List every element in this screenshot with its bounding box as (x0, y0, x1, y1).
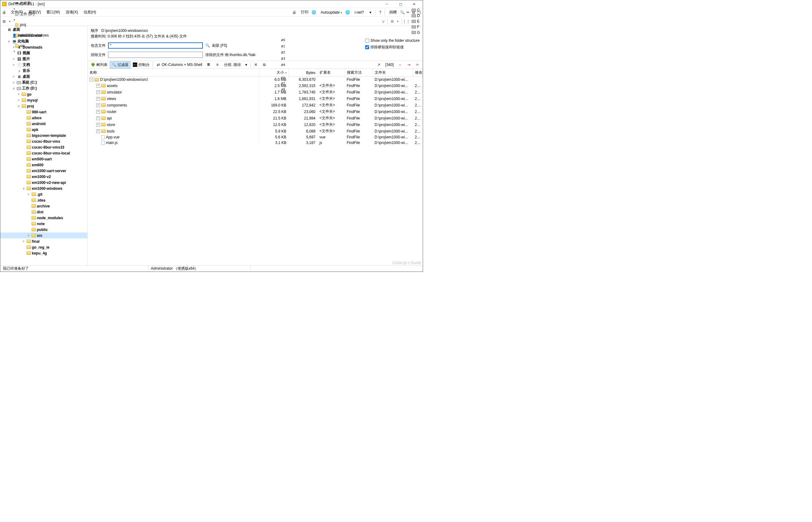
btn-tools[interactable]: 🛠 (205, 62, 213, 68)
row-expander[interactable]: + (96, 110, 100, 114)
btn-list[interactable]: ≡ (213, 62, 221, 68)
btn-okcolumns[interactable]: ⇄OK-Columns + MS-Shell (154, 62, 204, 68)
menu-inet[interactable]: i-net? (352, 9, 367, 16)
minimize-button[interactable]: ─ (380, 0, 394, 8)
menu-donate[interactable]: 捐赠 (387, 9, 399, 16)
tree-expander[interactable]: > (16, 98, 21, 102)
table-row[interactable]: +tools5.9 KB6,089<文件夹>FindFileD:\proj\em… (87, 128, 423, 134)
drive-E[interactable]: E (410, 19, 421, 24)
help-icon[interactable]: ? (378, 10, 383, 15)
tree-item[interactable]: em1000-uart-server (0, 168, 87, 174)
grid-icon[interactable]: ⋮⋮ (404, 19, 409, 24)
breadcrumb-arrow[interactable]: ▾ (13, 18, 16, 22)
tree-expander[interactable]: ∨ (12, 87, 16, 90)
refresh-icon[interactable]: 🔍 (205, 43, 210, 48)
print-icon-2[interactable]: 🖨 (292, 10, 297, 15)
table-row[interactable]: +api21.5 KB21,984<文件夹>FindFileD:\proj\em… (87, 115, 423, 121)
tree-expander[interactable]: > (12, 75, 16, 78)
breadcrumb-2[interactable]: 工作 (D:) (13, 11, 51, 17)
tree-item[interactable]: >系统 (C:) (0, 80, 87, 85)
tree-item[interactable]: kepu_4g (0, 250, 87, 256)
drive-D[interactable]: D (410, 13, 421, 19)
btn-stretch[interactable]: ↔ (396, 62, 404, 68)
btn-treeview[interactable]: 🌳树列表 (89, 61, 109, 68)
tree-item[interactable]: >🖥桌面 (0, 74, 87, 80)
breadcrumb-1[interactable]: 💻此电脑 (13, 0, 51, 6)
tree-item[interactable]: ∨💻此电脑 (0, 38, 87, 44)
tree-item[interactable]: 🖥桌面 (0, 27, 87, 33)
close-button[interactable]: ✕ (407, 0, 421, 8)
tree-item[interactable]: node_modules (0, 215, 87, 221)
tree-item[interactable]: go_reg_ie (0, 244, 87, 250)
tree-item[interactable]: >⬇Downloads (0, 44, 87, 50)
tree-item[interactable]: em1000-v2 (0, 174, 87, 180)
tree-expander[interactable]: ∨ (6, 40, 11, 43)
row-expander[interactable]: + (96, 97, 100, 101)
find-icon[interactable]: 🔍 (400, 10, 405, 15)
exclude-links-checkbox[interactable]: 排除硬链接和软链接 (365, 45, 420, 50)
btn-delete[interactable]: ✕ (252, 62, 260, 68)
tree-item[interactable]: >📄文档 (0, 62, 87, 68)
btn-cut[interactable]: ✂ (413, 62, 421, 68)
col-5[interactable]: 文件夹 (373, 69, 413, 77)
col-3[interactable]: 扩展名 (317, 69, 345, 77)
table-row[interactable]: +assets2.5 MB2,592,315<文件夹>FindFileD:\pr… (87, 82, 423, 89)
breadcrumb-arrow[interactable]: ▾ (13, 0, 16, 0)
tree-item[interactable]: bigscreen-template (0, 133, 87, 138)
table-row[interactable]: +simulator1.7 MB1,783,745<文件夹>FindFileD:… (87, 89, 423, 95)
row-expander[interactable]: + (96, 84, 100, 87)
tree-expander[interactable]: > (26, 193, 31, 196)
show-only-folders-checkbox[interactable]: Show only the folder structure (365, 38, 420, 43)
tree-item[interactable]: android (0, 121, 87, 127)
btn-jump[interactable]: ↗ (375, 62, 383, 68)
maximize-button[interactable]: ▢ (394, 0, 407, 8)
btn-group-menu[interactable]: ▾ (243, 62, 249, 68)
cut-icon[interactable]: ✂ (405, 10, 410, 15)
tree-item[interactable]: note (0, 221, 87, 227)
table-row[interactable]: +views1.6 MB1,681,931<文件夹>FindFileD:\pro… (87, 95, 423, 102)
btn-copy[interactable]: ⧉ (260, 62, 269, 68)
k1-button[interactable]: ⇵1 (279, 43, 287, 49)
breadcrumb-arrow[interactable]: ▾ (13, 7, 16, 11)
menu-print[interactable]: 打印 (299, 9, 311, 16)
tree-item[interactable]: 🎞视频 (0, 50, 87, 56)
k4-button[interactable]: ⇵4 (279, 62, 287, 68)
row-expander[interactable]: − (90, 78, 93, 81)
menu-autoupdate[interactable]: Autoupdate (318, 9, 345, 16)
btn-console[interactable]: C:\控制台 (131, 61, 152, 68)
tree-item[interactable]: ∨proj (0, 103, 87, 109)
tree-item[interactable]: >mysql (0, 97, 87, 103)
tree-item[interactable]: ∨工作 (D:) (0, 85, 87, 91)
crumb-overflow[interactable]: ⋁ (381, 19, 385, 23)
tree-expander[interactable]: ∨ (21, 187, 26, 190)
include-input[interactable] (108, 42, 203, 48)
row-expander[interactable]: + (96, 116, 100, 120)
tree-item[interactable]: ∨em1000-windows (0, 185, 87, 191)
menu-options[interactable]: 选项(X) (63, 9, 80, 16)
table-row[interactable]: −D:\proj\em1000-windows\src\6.0 MB6,303,… (87, 77, 423, 83)
tree-item[interactable]: apk (0, 127, 87, 133)
col-4[interactable]: 搜索方法 (345, 69, 373, 77)
tree-item[interactable]: .idea (0, 197, 87, 203)
tree-item[interactable]: >src (0, 233, 87, 238)
k0-button[interactable]: ⇵0 (279, 37, 287, 43)
k2-button[interactable]: ⇵2 (279, 49, 287, 55)
refresh-label[interactable]: 刷新 [F5] (212, 43, 227, 48)
table-row[interactable]: +components169.0 KB172,842<文件夹>FindFileD… (87, 102, 423, 108)
tree-item[interactable]: 👤Administrator (0, 33, 87, 38)
row-expander[interactable]: + (96, 103, 100, 107)
menu-info[interactable]: 信息(H) (81, 9, 99, 16)
tree-expander[interactable]: > (26, 234, 31, 237)
btn-group[interactable]: 分组: 路径 (222, 61, 243, 68)
row-expander[interactable]: + (96, 123, 100, 127)
tree-expander[interactable]: > (16, 93, 21, 96)
newwin-icon[interactable]: ⧉ (2, 19, 6, 24)
tree-expander[interactable]: > (12, 57, 16, 61)
tree-item[interactable]: 980-uart (0, 109, 87, 115)
folder-tree[interactable]: 🖥桌面👤Administrator∨💻此电脑>⬇Downloads🎞视频>🖼图片… (0, 26, 87, 265)
col-0[interactable]: 名称 (87, 69, 259, 77)
tree-item[interactable]: cscec-8bur-vms-local (0, 150, 87, 156)
k3-button[interactable]: ⇵3 (279, 55, 287, 62)
table-row[interactable]: +store12.5 KB12,820<文件夹>FindFileD:\proj\… (87, 121, 423, 128)
tree-item[interactable]: aibox (0, 115, 87, 121)
